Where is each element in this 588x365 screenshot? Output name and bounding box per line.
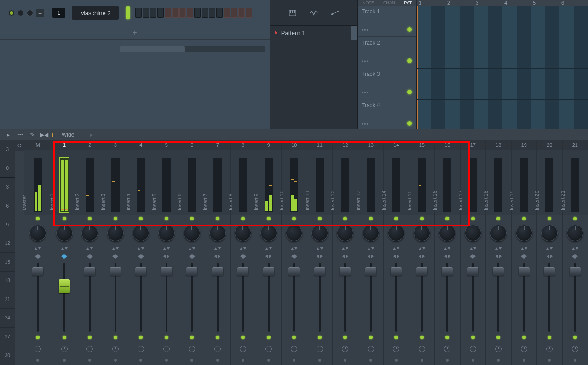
dock-indicator[interactable]	[523, 359, 525, 362]
swap-icon[interactable]: ▴▾	[495, 245, 502, 251]
strip-number[interactable]: 6	[179, 140, 205, 150]
strip-enable-led[interactable]	[537, 215, 562, 222]
strip-enable-led[interactable]	[486, 215, 511, 222]
pan-knob[interactable]	[52, 222, 77, 244]
step-11[interactable]	[209, 8, 215, 18]
step-16[interactable]	[246, 8, 252, 18]
mixer-strip-insert-9[interactable]: 9Insert 9▴▾	[256, 140, 282, 365]
fx-slot-icon[interactable]	[138, 346, 144, 352]
swap-icon[interactable]: ▴▾	[86, 245, 93, 251]
strip-number[interactable]: 12	[333, 140, 358, 150]
stereo-sep-icon[interactable]	[138, 254, 144, 259]
dock-indicator[interactable]	[165, 359, 168, 362]
mode-tab-pat[interactable]: PAT	[404, 0, 412, 5]
swap-icon[interactable]: ▴▾	[112, 245, 119, 251]
stereo-sep-icon[interactable]	[240, 254, 246, 259]
strip-number[interactable]: 13	[358, 140, 384, 150]
playlist-mode-tabs[interactable]: NOTECHANPAT	[358, 0, 417, 6]
strip-enable-led[interactable]	[512, 215, 537, 222]
mixer-strip-insert-4[interactable]: 4Insert 4▴▾	[128, 140, 154, 365]
strip-enable-led[interactable]	[231, 215, 256, 222]
pan-knob[interactable]	[461, 222, 486, 244]
dock-indicator[interactable]	[446, 359, 449, 362]
dock-indicator[interactable]	[369, 359, 372, 362]
mixer-strip-insert-7[interactable]: 7Insert 7▴▾	[205, 140, 231, 365]
volume-fader[interactable]	[307, 260, 333, 332]
track-header-1[interactable]: Track 1•••	[358, 6, 416, 37]
stereo-sep-icon[interactable]	[444, 254, 450, 259]
strip-number[interactable]: 8	[231, 140, 256, 150]
stereo-sep-icon[interactable]	[572, 254, 578, 259]
volume-fader[interactable]	[358, 260, 384, 332]
volume-fader[interactable]	[384, 260, 409, 332]
send-enable-led[interactable]	[369, 336, 373, 339]
mixer-strip-insert-10[interactable]: 10Insert 10▴▾	[282, 140, 307, 365]
swap-icon[interactable]: ▴▾	[521, 245, 527, 251]
dock-indicator[interactable]	[574, 359, 576, 362]
volume-fader[interactable]	[205, 260, 231, 332]
cr-scrollbar[interactable]	[120, 46, 265, 52]
mixer-strip-insert-14[interactable]: 14Insert 14▴▾	[384, 140, 409, 365]
swap-icon[interactable]: ▴▾	[189, 245, 195, 251]
cr-burger-icon[interactable]: =	[36, 9, 44, 17]
mixer-strip-insert-15[interactable]: 15Insert 15▴▾	[409, 140, 435, 365]
swap-icon[interactable]: ▴▾	[214, 245, 221, 251]
dock-indicator[interactable]	[139, 359, 142, 362]
pan-knob[interactable]	[435, 222, 460, 244]
mixer-strip-insert-3[interactable]: 3Insert 3▴▾	[103, 140, 129, 365]
send-enable-led[interactable]	[36, 336, 40, 339]
channel-button[interactable]: Maschine 2	[72, 6, 119, 20]
mode-tab-chan[interactable]: CHAN	[383, 0, 395, 5]
strip-enable-led[interactable]	[358, 215, 384, 222]
stereo-sep-icon[interactable]	[189, 254, 195, 259]
pan-knob[interactable]	[333, 222, 358, 244]
volume-fader[interactable]	[154, 260, 179, 332]
step-8[interactable]	[187, 8, 193, 18]
mixer-strip-insert-5[interactable]: 5Insert 5▴▾	[154, 140, 180, 365]
pan-knob[interactable]	[409, 222, 435, 244]
swap-icon[interactable]: ▴▾	[163, 245, 170, 251]
strip-number[interactable]: 20	[537, 140, 562, 150]
send-enable-led[interactable]	[267, 336, 271, 339]
dock-indicator[interactable]	[421, 359, 423, 362]
pan-knob[interactable]	[179, 222, 205, 244]
send-enable-led[interactable]	[394, 336, 398, 339]
pattern-list-item[interactable]: Pattern 1	[270, 26, 357, 40]
volume-fader[interactable]	[486, 260, 511, 332]
swap-icon[interactable]: ▴▾	[546, 245, 553, 251]
volume-fader[interactable]	[435, 260, 460, 332]
track-header-3[interactable]: Track 3•••	[358, 68, 416, 99]
track-menu-icon[interactable]: •••	[362, 121, 369, 127]
strip-enable-led[interactable]	[154, 215, 179, 222]
stereo-sep-icon[interactable]	[496, 254, 502, 259]
stereo-sep-icon[interactable]	[419, 254, 425, 259]
strip-number[interactable]: 11	[307, 140, 333, 150]
fx-slot-icon[interactable]	[35, 346, 41, 352]
track-enable-led[interactable]	[407, 90, 412, 94]
fx-slot-icon[interactable]	[61, 346, 68, 352]
step-5[interactable]	[165, 8, 171, 18]
fx-slot-icon[interactable]	[572, 346, 578, 352]
strip-enable-led[interactable]	[256, 215, 282, 222]
strip-enable-led[interactable]	[205, 215, 231, 222]
fx-slot-icon[interactable]	[265, 346, 272, 352]
stereo-sep-icon[interactable]	[87, 254, 93, 259]
pan-knob[interactable]	[358, 222, 384, 244]
dock-indicator[interactable]	[63, 359, 66, 362]
stereo-sep-icon[interactable]	[61, 254, 67, 259]
swap-icon[interactable]: ▴▾	[444, 245, 450, 251]
pan-knob[interactable]	[231, 222, 256, 244]
step-4[interactable]	[157, 8, 164, 18]
dock-indicator[interactable]	[548, 359, 551, 362]
stereo-sep-icon[interactable]	[317, 254, 323, 259]
swap-icon[interactable]: ▴▾	[291, 245, 297, 251]
mixer-expand-icon[interactable]: ▸	[88, 131, 95, 139]
volume-fader[interactable]	[563, 260, 588, 332]
volume-fader[interactable]	[333, 260, 358, 332]
fx-slot-icon[interactable]	[495, 346, 502, 352]
strip-enable-led[interactable]	[409, 215, 435, 222]
fx-slot-icon[interactable]	[521, 346, 527, 352]
strip-enable-led[interactable]	[563, 215, 588, 222]
send-enable-led[interactable]	[190, 336, 194, 339]
picker-scrollbar[interactable]	[351, 26, 357, 40]
